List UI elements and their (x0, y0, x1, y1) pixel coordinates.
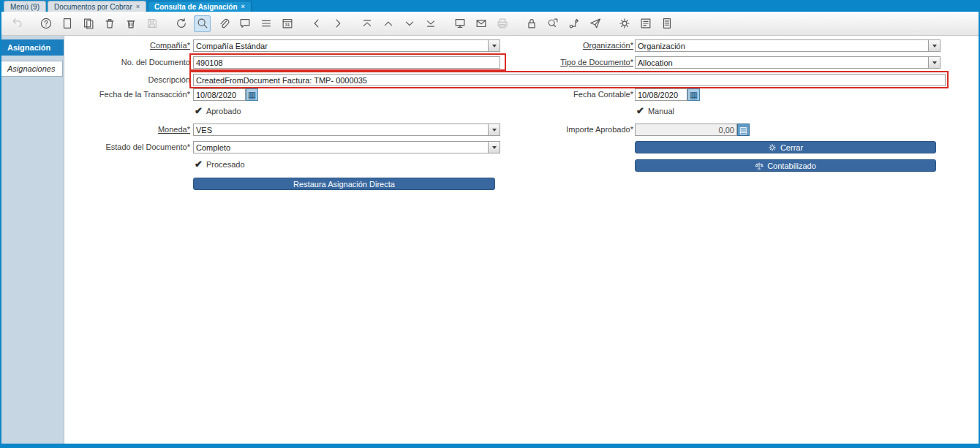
transaction-date-calendar-icon[interactable]: ▦ (246, 88, 258, 101)
approved-amount-value: 0,00 (719, 126, 734, 134)
manual-checkbox[interactable]: ✔ (636, 106, 644, 115)
processed-checkbox-row: ✔ Procesado (195, 159, 245, 169)
export-icon (639, 17, 652, 30)
sidebar-tab-asignaciones[interactable]: Asignaciones (1, 61, 63, 77)
preferences-gear-icon (618, 17, 631, 30)
undo-button[interactable] (8, 15, 25, 32)
delete-record-button[interactable] (101, 15, 118, 32)
calendar-button[interactable]: 31 (279, 15, 295, 32)
new-record-button[interactable] (59, 15, 75, 32)
transaction-date-value: 10/08/2020 (196, 91, 236, 99)
refresh-button[interactable] (173, 15, 189, 32)
company-combobox[interactable]: Compañía Estándar (193, 39, 500, 52)
first-record-button[interactable] (358, 15, 375, 32)
report-button[interactable] (658, 15, 675, 32)
help-icon (39, 17, 53, 30)
posted-label: Contabilizado (767, 162, 816, 170)
description-value: CreatedFromDocument Factura: TMP- 000003… (196, 76, 367, 85)
chevron-down-icon[interactable] (928, 57, 940, 68)
document-type-label[interactable]: Tipo de Documento* (487, 58, 633, 67)
accounting-date-calendar-icon[interactable]: ▦ (687, 88, 700, 101)
description-input[interactable]: CreatedFromDocument Factura: TMP- 000003… (193, 74, 946, 86)
zoom-across-button[interactable] (544, 15, 561, 32)
close-document-button[interactable]: Cerrar (635, 141, 936, 153)
close-tab-icon[interactable]: × (241, 4, 245, 10)
delete-selection-button[interactable] (122, 15, 139, 32)
previous-tab-button[interactable] (308, 15, 325, 32)
approved-checkbox[interactable]: ✔ (195, 106, 203, 115)
undo-icon (10, 17, 23, 30)
copy-record-button[interactable] (80, 15, 97, 32)
delete-selection-icon (124, 17, 137, 30)
posted-button[interactable]: Contabilizado (635, 159, 936, 172)
currency-label[interactable]: Moneda* (64, 125, 190, 134)
first-record-icon (361, 17, 374, 30)
print-button[interactable] (494, 15, 510, 32)
calculator-icon[interactable]: ▤ (737, 124, 750, 136)
delete-record-icon (103, 17, 116, 30)
chevron-down-icon[interactable] (928, 40, 940, 51)
transaction-date-input[interactable]: 10/08/2020 (193, 88, 246, 101)
chat-button[interactable] (236, 15, 253, 32)
organization-label[interactable]: Organización* (487, 41, 633, 50)
accounting-date-value: 10/08/2020 (638, 91, 678, 99)
find-icon (196, 17, 209, 30)
next-record-icon (403, 17, 416, 30)
accounting-date-label: Fecha Contable* (487, 90, 633, 99)
previous-tab-icon (310, 17, 323, 30)
last-record-button[interactable] (422, 15, 439, 32)
help-button[interactable] (37, 15, 54, 32)
refresh-icon (175, 17, 188, 30)
grid-toggle-button[interactable] (257, 15, 274, 32)
restore-direct-allocation-button[interactable]: Restaura Asignación Directa (193, 178, 495, 190)
accounting-date-input[interactable]: 10/08/2020 (635, 88, 687, 101)
preferences-button[interactable] (616, 15, 633, 32)
currency-value: VES (194, 124, 488, 135)
document-no-input[interactable]: 490108 (193, 56, 500, 69)
save-button[interactable] (143, 15, 160, 32)
next-record-button[interactable] (401, 15, 418, 32)
close-tab-icon[interactable]: × (136, 4, 140, 10)
close-document-label: Cerrar (780, 143, 803, 152)
chat-icon (238, 17, 252, 30)
archive-button[interactable] (472, 15, 489, 32)
processed-label: Procesado (206, 160, 245, 169)
tab-menu[interactable]: Menú (9) (4, 1, 46, 12)
sidebar-tab-asignaciones-label: Asignaciones (7, 64, 55, 73)
company-label[interactable]: Compañía* (64, 41, 190, 50)
next-tab-button[interactable] (329, 15, 346, 32)
organization-combobox[interactable]: Organización (635, 39, 941, 52)
approved-amount-label: Importe Aprobado* (487, 125, 633, 134)
private-record-lock-button[interactable] (523, 15, 540, 32)
tab-documentos-por-cobrar[interactable]: Documentos por Cobrar × (48, 1, 146, 12)
send-mail-button[interactable] (587, 15, 603, 32)
document-status-combobox[interactable]: Completo (193, 141, 500, 153)
window-tabbar: Menú (9) Documentos por Cobrar × Consult… (1, 0, 979, 12)
approved-amount-input[interactable]: 0,00 (635, 124, 737, 136)
manual-label: Manual (648, 107, 674, 115)
application-window: Menú (9) Documentos por Cobrar × Consult… (0, 0, 980, 448)
requests-icon (453, 17, 467, 30)
svg-text:31: 31 (284, 23, 290, 27)
approved-label: Aprobado (206, 107, 241, 115)
save-icon (146, 17, 159, 30)
tab-consulta-label: Consulta de Asignación (154, 3, 238, 11)
print-icon (496, 17, 509, 30)
requests-button[interactable] (451, 15, 468, 32)
document-type-combobox[interactable]: Allocation (635, 56, 941, 69)
report-icon (660, 17, 674, 30)
currency-combobox[interactable]: VES (193, 124, 500, 136)
chevron-down-icon[interactable] (488, 142, 500, 153)
workflow-button[interactable] (565, 15, 582, 32)
export-button[interactable] (637, 15, 654, 32)
grid-toggle-icon (260, 17, 273, 30)
previous-record-button[interactable] (380, 15, 396, 32)
tab-consulta-de-asignacion[interactable]: Consulta de Asignación × (148, 1, 252, 12)
restore-direct-allocation-label: Restaura Asignación Directa (293, 180, 395, 189)
attachment-button[interactable] (215, 15, 232, 32)
processed-checkbox[interactable]: ✔ (195, 159, 203, 169)
find-button[interactable] (194, 15, 211, 32)
last-record-icon (424, 17, 437, 30)
sidebar-tab-asignacion[interactable]: Asignación (1, 39, 64, 56)
new-record-icon (61, 17, 74, 30)
